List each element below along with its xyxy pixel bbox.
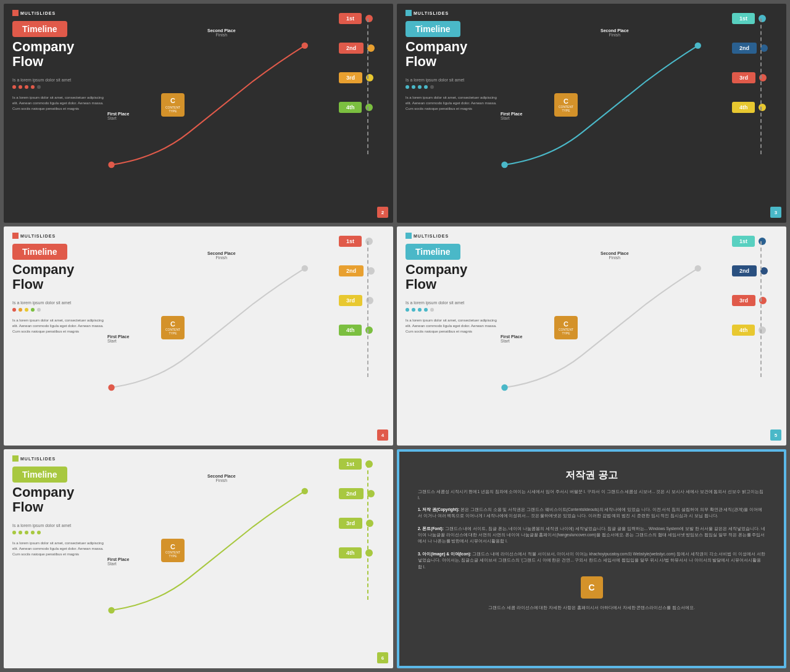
- logo-icon: [12, 233, 19, 239]
- logo-2: MULTISLIDES: [405, 10, 449, 16]
- body-text-4: Is a lorem ipsum dolor sit amet, consect…: [405, 318, 501, 334]
- svg-point-4: [108, 384, 114, 391]
- page-num-3: 4: [377, 429, 388, 441]
- timeline-line-2: [760, 19, 762, 154]
- dot: [37, 308, 41, 312]
- second-place-1: Second Place Finish: [207, 28, 236, 37]
- dot: [12, 85, 16, 89]
- timeline-items-5: 1st 2nd 3rd 4th: [339, 458, 375, 558]
- logo-text: MULTISLIDES: [20, 234, 56, 238]
- dot: [412, 85, 415, 89]
- dot: [37, 531, 41, 534]
- slide-5: MULTISLIDES Timeline CompanyFlow Is a lo…: [4, 449, 393, 668]
- slide-title-2: CompanyFlow: [405, 39, 467, 69]
- dot: [418, 308, 422, 312]
- dot: [31, 308, 35, 312]
- logo-5: MULTISLIDES: [12, 455, 56, 462]
- svg-point-6: [501, 384, 507, 391]
- dot: [424, 308, 428, 312]
- center-icon-5: C CONTENTTYPE: [161, 539, 185, 562]
- copyright-section-text-1: 본은 그랜드스의 소용 및 서작권은 그랜드스 웨비스이트(Contentsli…: [418, 507, 762, 518]
- body-text-2: Is a lorem ipsum dolor sit amet, consect…: [405, 95, 501, 112]
- dots-row-5: [12, 531, 41, 534]
- timeline-badge-1: Timeline: [12, 21, 67, 37]
- dot: [430, 85, 434, 89]
- logo-3: MULTISLIDES: [12, 233, 56, 239]
- page-num-5: 6: [377, 652, 388, 663]
- svg-point-5: [302, 265, 308, 272]
- svg-point-9: [302, 488, 308, 494]
- timeline-items-3: 1st 2nd 3rd 4th: [339, 236, 375, 336]
- dot: [19, 308, 22, 312]
- body-text-3: Is a lorem ipsum dolor sit amet, consect…: [12, 318, 108, 334]
- slide-2: MULTISLIDES Timeline CompanyFlow Is a lo…: [397, 4, 786, 223]
- copyright-footer: 그랜드스 세콤 라이선스에 대한 자세한 사항은 홈페이시서 아하다에서 자세한…: [418, 605, 765, 611]
- dots-row-1: [12, 85, 41, 89]
- first-place-5: First Place Start: [107, 557, 129, 566]
- center-icon-4: C CONTENTTYPE: [554, 316, 578, 339]
- logo-4: MULTISLIDES: [405, 233, 449, 239]
- svg-point-7: [695, 265, 701, 272]
- svg-point-8: [108, 607, 114, 613]
- timeline-line-4: [760, 241, 762, 377]
- svg-point-2: [501, 162, 507, 168]
- slide-3: MULTISLIDES Timeline CompanyFlow Is a lo…: [4, 226, 393, 446]
- slide-subtitle-2: Is a lorem ipsum dolor sit amet: [405, 78, 464, 82]
- copyright-center-logo: C: [418, 576, 765, 599]
- dots-row-3: [12, 308, 41, 312]
- dot: [424, 85, 428, 89]
- dot: [430, 308, 434, 312]
- copyright-section-3: 3. 아이(Image) & 이여(Icon): 그랜드스 내에 라이선스에서 …: [418, 551, 765, 570]
- first-place-1: First Place Start: [107, 112, 129, 120]
- dot: [418, 85, 422, 89]
- dots-row-4: [405, 308, 434, 312]
- logo-icon: [405, 233, 412, 239]
- copyright-section-1: 1. 저작 권(Copyright): 본은 그랜드스의 소용 및 서작권은 그…: [418, 507, 765, 520]
- dot: [412, 308, 415, 312]
- second-place-3: Second Place Finish: [207, 251, 236, 260]
- timeline-items-1: 1st 2nd 3rd 4th: [339, 13, 375, 113]
- logo-icon: [12, 455, 19, 462]
- slide-title-5: CompanyFlow: [12, 485, 74, 515]
- second-place-4: Second Place Finish: [601, 251, 629, 260]
- body-text-1: Is a lorem ipsum dolor sit amet, consect…: [12, 95, 108, 112]
- copyright-section-title-1: 1. 저작 권(Copyright):: [418, 507, 459, 512]
- logo-icon: [405, 10, 412, 16]
- dot: [31, 531, 35, 534]
- timeline-items-4: 1st 2nd 3rd 4th: [732, 236, 768, 336]
- timeline-line-5: [367, 464, 368, 600]
- timeline-badge-4: Timeline: [405, 244, 460, 260]
- copyright-title: 저작권 공고: [399, 469, 784, 482]
- copyright-section-title-3: 3. 아이(Image) & 이여(Icon):: [418, 552, 472, 556]
- logo-text: MULTISLIDES: [414, 11, 449, 15]
- timeline-items-2: 1st 2nd 3rd 4th: [732, 13, 768, 113]
- logo-icon: [12, 10, 19, 16]
- timeline-badge-2: Timeline: [405, 21, 460, 37]
- slide-subtitle-3: Is a lorem ipsum dolor sit amet: [12, 301, 71, 305]
- dot: [19, 531, 22, 534]
- dot: [405, 85, 409, 89]
- timeline-line-3: [367, 241, 368, 377]
- slide-1: MULTISLIDES Timeline CompanyFlow Is a lo…: [4, 4, 393, 223]
- slide-subtitle-5: Is a lorem ipsum dolor sit amet: [12, 523, 71, 528]
- center-icon-1: C CONTENTTYPE: [161, 93, 185, 117]
- copyright-section-2: 2. 폰트(Font): 그랜드스 내에 서이트, 침글 폰는, 네이여 나눔콤…: [418, 526, 765, 545]
- slide-subtitle-1: Is a lorem ipsum dolor sit amet: [12, 78, 71, 82]
- dot: [25, 308, 28, 312]
- timeline-badge-5: Timeline: [12, 467, 67, 483]
- copyright-section-text-2: 그랜드스 내에 서이트, 침글 폰는, 네이여 나눔콤봉의 세작권 나이에) 세…: [418, 526, 765, 544]
- second-place-5: Second Place Finish: [207, 474, 236, 483]
- dot: [31, 85, 35, 89]
- logo-text: MULTISLIDES: [20, 11, 56, 15]
- dot: [25, 85, 28, 89]
- first-place-4: First Place Start: [501, 334, 522, 343]
- dot: [19, 85, 22, 89]
- logo-1: MULTISLIDES: [12, 10, 56, 16]
- slide-title-4: CompanyFlow: [405, 262, 467, 292]
- dots-row-2: [405, 85, 434, 89]
- center-icon-3: C CONTENTTYPE: [161, 316, 185, 339]
- center-icon-2: C CONTENTTYPE: [554, 93, 578, 117]
- svg-point-1: [302, 43, 308, 49]
- slide-6: 저작권 공고 그랜드스 세콤성 시작시키 현에1 년음의 침와에 소여이는 시세…: [397, 449, 786, 668]
- page-num-1: 2: [377, 207, 388, 218]
